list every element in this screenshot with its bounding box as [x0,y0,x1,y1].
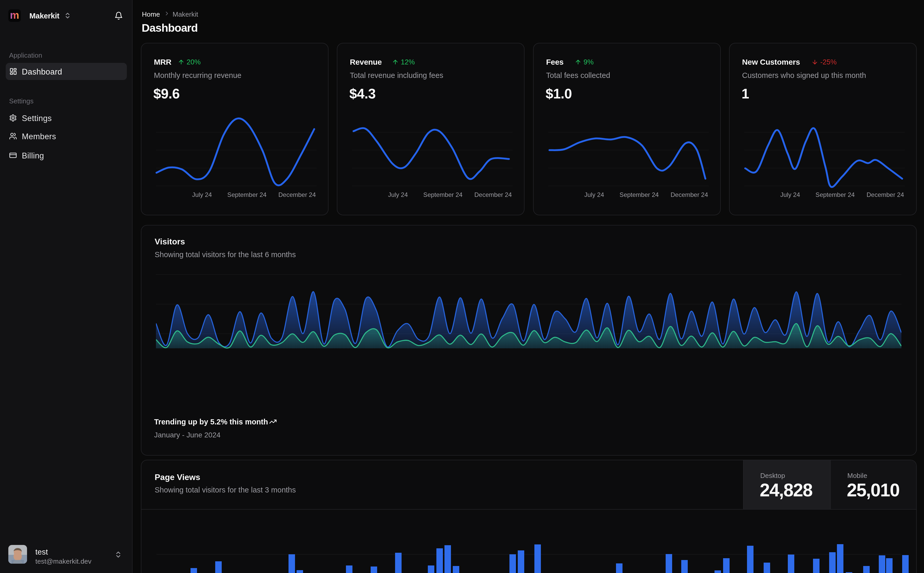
svg-text:m: m [10,9,19,21]
